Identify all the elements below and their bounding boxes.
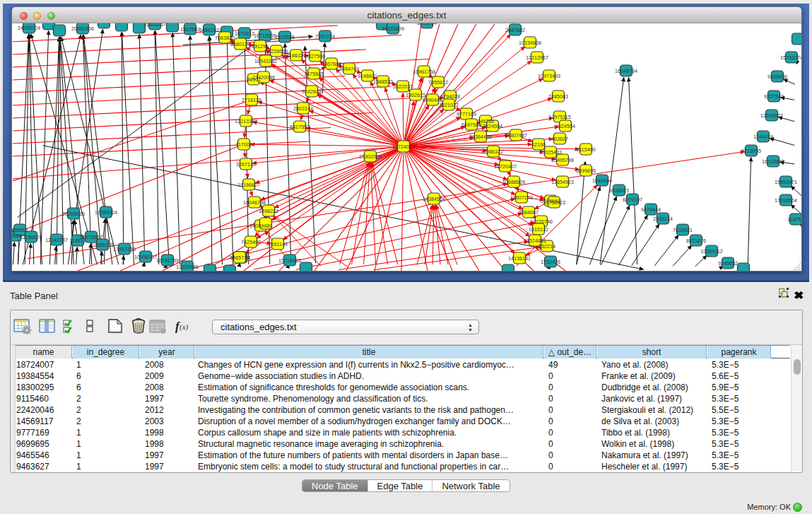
svg-text:116753: 116753 [787,216,801,223]
svg-text:10120746: 10120746 [530,218,553,225]
svg-text:2687682: 2687682 [505,27,525,33]
svg-text:9777169: 9777169 [457,111,476,117]
svg-text:12975115: 12975115 [548,114,570,120]
svg-text:16782759: 16782759 [156,257,179,264]
svg-text:9329906: 9329906 [767,74,787,80]
svg-text:7625402: 7625402 [241,239,261,245]
svg-text:1244419: 1244419 [753,134,773,140]
svg-text:1588520: 1588520 [373,78,393,85]
svg-text:17016504: 17016504 [775,197,797,204]
svg-text:19166827: 19166827 [237,182,260,188]
svg-text:252214: 252214 [539,243,555,250]
svg-text:2935114: 2935114 [653,216,672,222]
svg-text:417006: 417006 [235,141,252,148]
svg-text:8660124: 8660124 [230,41,250,47]
svg-text:8454749: 8454749 [339,66,359,72]
svg-text:13226058: 13226058 [265,48,288,54]
svg-text:1621022: 1621022 [439,102,459,108]
svg-text:6879197: 6879197 [623,197,642,203]
svg-text:12505135: 12505135 [91,242,114,248]
svg-text:17957253: 17957253 [113,246,136,252]
svg-text:8186323: 8186323 [286,52,306,59]
svg-text:12213383: 12213383 [235,118,257,124]
svg-text:16033809: 16033809 [382,25,404,32]
svg-text:463627: 463627 [551,136,568,142]
svg-text:9245652: 9245652 [718,260,738,267]
svg-text:12342737: 12342737 [45,237,68,243]
svg-text:30975867: 30975867 [80,234,102,240]
svg-text:3498222: 3498222 [259,208,278,214]
svg-text:7663822: 7663822 [215,35,235,41]
svg-text:12323446: 12323446 [176,264,199,270]
svg-text:12093877: 12093877 [760,112,783,119]
svg-text:13654923: 13654923 [551,179,574,185]
svg-text:3624554: 3624554 [483,123,502,129]
svg-text:23302035: 23302035 [359,153,382,160]
svg-text:15692971: 15692971 [775,179,797,185]
svg-text:16713155: 16713155 [254,33,276,39]
svg-text:9474444: 9474444 [641,206,661,213]
svg-text:2367608: 2367608 [322,61,341,67]
svg-text:20206536: 20206536 [62,211,85,217]
svg-text:1640994: 1640994 [592,177,612,184]
svg-text:17359924: 17359924 [95,209,117,216]
svg-text:135061: 135061 [12,227,28,233]
svg-text:16543382: 16543382 [254,58,277,64]
svg-text:10807487: 10807487 [505,132,527,139]
svg-text:10154838: 10154838 [519,40,541,46]
svg-text:1527602: 1527602 [180,26,200,33]
svg-text:1691144: 1691144 [268,241,287,247]
svg-text:8938923: 8938923 [609,187,629,194]
svg-text:1824554: 1824554 [555,123,575,129]
svg-text:8813054: 8813054 [417,23,437,26]
svg-text:18607249: 18607249 [510,194,533,201]
svg-text:9227342: 9227342 [764,93,784,100]
svg-text:3267130: 3267130 [236,161,256,168]
svg-text:15495798: 15495798 [551,157,574,163]
svg-text:3875685: 3875685 [304,71,324,77]
svg-text:6466162: 6466162 [199,27,219,33]
svg-text:6899695: 6899695 [576,168,596,174]
svg-text:18724007: 18724007 [392,144,415,150]
svg-text:1615132: 1615132 [529,226,548,233]
svg-text:16653267: 16653267 [143,23,166,28]
svg-text:9115460: 9115460 [576,146,595,153]
svg-text:27420046: 27420046 [252,74,275,81]
svg-text:16961758: 16961758 [413,69,435,75]
svg-text:7986322: 7986322 [483,148,503,155]
svg-text:10958107: 10958107 [134,254,157,260]
svg-text:62160: 62160 [531,141,546,148]
svg-text:2803144: 2803144 [293,105,313,112]
svg-text:15720407: 15720407 [494,163,517,170]
svg-text:8215955: 8215955 [741,148,761,154]
svg-text:21364436: 21364436 [469,134,492,140]
svg-text:11156829: 11156829 [20,234,42,240]
svg-text:5322037: 5322037 [393,83,413,90]
svg-text:14099489: 14099489 [249,223,272,229]
svg-text:(x): (x) [180,322,189,332]
svg-text:6794028: 6794028 [440,93,460,100]
svg-text:19384554: 19384554 [423,196,445,202]
svg-text:12213967: 12213967 [526,54,548,61]
svg-text:14136141: 14136141 [508,255,531,262]
svg-text:9465779: 9465779 [230,255,249,261]
svg-text:7955812: 7955812 [428,79,448,86]
svg-text:8427552: 8427552 [290,124,310,130]
svg-text:15716485: 15716485 [278,257,301,264]
svg-text:10025433: 10025433 [539,149,562,156]
svg-text:24055724: 24055724 [18,25,40,31]
svg-text:16046798: 16046798 [243,199,266,206]
svg-text:10756923: 10756923 [543,199,565,206]
svg-text:2718126: 2718126 [242,97,261,103]
svg-text:1071913: 1071913 [235,30,254,37]
svg-text:9327508: 9327508 [305,53,325,59]
svg-text:7515526: 7515526 [275,34,295,40]
svg-text:16210643: 16210643 [762,158,784,165]
svg-text:16648784: 16648784 [615,68,637,74]
svg-text:8471676: 8471676 [686,238,706,244]
svg-text:9084067: 9084067 [519,209,539,216]
svg-text:7357224: 7357224 [315,33,335,40]
svg-text:9242848: 9242848 [302,88,322,95]
svg-text:15751074: 15751074 [780,54,801,61]
svg-text:7485063: 7485063 [548,93,568,100]
